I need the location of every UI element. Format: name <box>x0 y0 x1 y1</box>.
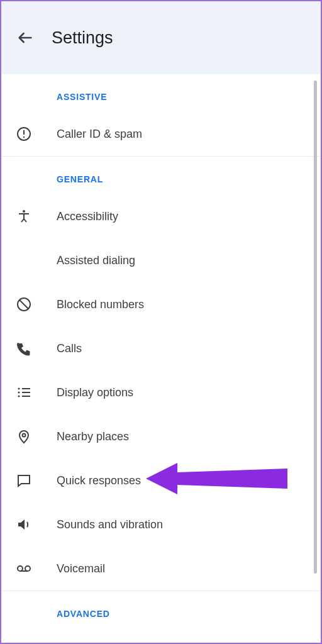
svg-point-12 <box>23 434 26 437</box>
row-label: Display options <box>57 386 133 399</box>
section-header-advanced: ADVANCED <box>1 591 321 629</box>
row-caller-id-spam[interactable]: Caller ID & spam <box>1 112 321 156</box>
row-sounds-vibration[interactable]: Sounds and vibration <box>1 502 321 547</box>
page-title: Settings <box>52 28 113 48</box>
scrollbar[interactable] <box>314 80 317 574</box>
alert-icon <box>16 126 31 142</box>
row-quick-responses[interactable]: Quick responses <box>1 458 321 502</box>
section-header-general: GENERAL <box>1 157 321 194</box>
row-label: Assisted dialing <box>57 254 135 267</box>
row-label: Nearby places <box>57 430 129 443</box>
row-label: Caller ID & spam <box>57 128 142 141</box>
row-label: Sounds and vibration <box>57 518 163 531</box>
list-icon <box>16 385 31 400</box>
block-icon <box>16 297 31 312</box>
row-blocked-numbers[interactable]: Blocked numbers <box>1 282 321 326</box>
settings-screen: Settings ASSISTIVE Caller ID & spam GENE… <box>0 0 322 644</box>
row-calls[interactable]: Calls <box>1 326 321 370</box>
row-accessibility[interactable]: Accessibility <box>1 194 321 238</box>
row-label: Accessibility <box>57 210 118 223</box>
location-icon <box>16 429 31 444</box>
svg-point-7 <box>18 392 20 394</box>
svg-point-3 <box>23 210 25 213</box>
phone-icon <box>16 341 31 356</box>
row-display-options[interactable]: Display options <box>1 370 321 414</box>
svg-point-6 <box>18 388 20 390</box>
row-nearby-places[interactable]: Nearby places <box>1 414 321 458</box>
arrow-back-icon <box>16 29 34 47</box>
settings-list: ASSISTIVE Caller ID & spam GENERAL Acces… <box>1 74 321 629</box>
app-bar: Settings <box>1 1 321 74</box>
voicemail-icon <box>16 561 31 576</box>
row-assisted-dialing[interactable]: Assisted dialing <box>1 238 321 282</box>
row-voicemail[interactable]: Voicemail <box>1 547 321 591</box>
row-label: Voicemail <box>57 562 105 575</box>
chat-icon <box>16 473 31 488</box>
row-label: Quick responses <box>57 474 141 487</box>
svg-point-14 <box>25 566 30 571</box>
back-button[interactable] <box>16 29 34 47</box>
row-label: Calls <box>57 342 82 355</box>
volume-icon <box>16 517 31 532</box>
section-header-assistive: ASSISTIVE <box>1 74 321 112</box>
svg-point-2 <box>23 136 25 138</box>
row-label: Blocked numbers <box>57 298 144 311</box>
svg-line-5 <box>19 300 28 309</box>
accessibility-icon <box>16 209 31 224</box>
svg-point-8 <box>18 396 20 397</box>
svg-point-13 <box>18 566 23 571</box>
